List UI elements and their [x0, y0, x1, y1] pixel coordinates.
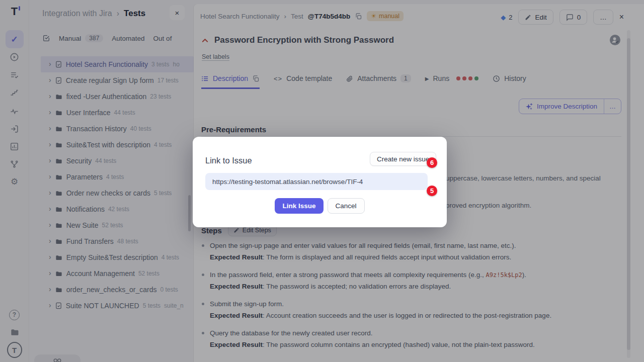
modal-buttons: Link Issue Cancel — [193, 198, 447, 214]
modal-title: Link to Issue — [205, 156, 252, 165]
issue-url-input[interactable] — [205, 173, 428, 190]
cancel-button[interactable]: Cancel — [328, 198, 365, 214]
annotation-badge-5: 5 — [427, 186, 437, 196]
annotation-badge-6: 6 — [427, 157, 437, 168]
app-window: T ✓ ⚙ ? T Integration with — [0, 0, 644, 362]
link-to-issue-modal: Link to Issue Create new issue 6 5 Link … — [193, 137, 447, 227]
link-issue-button[interactable]: Link Issue — [275, 198, 323, 214]
